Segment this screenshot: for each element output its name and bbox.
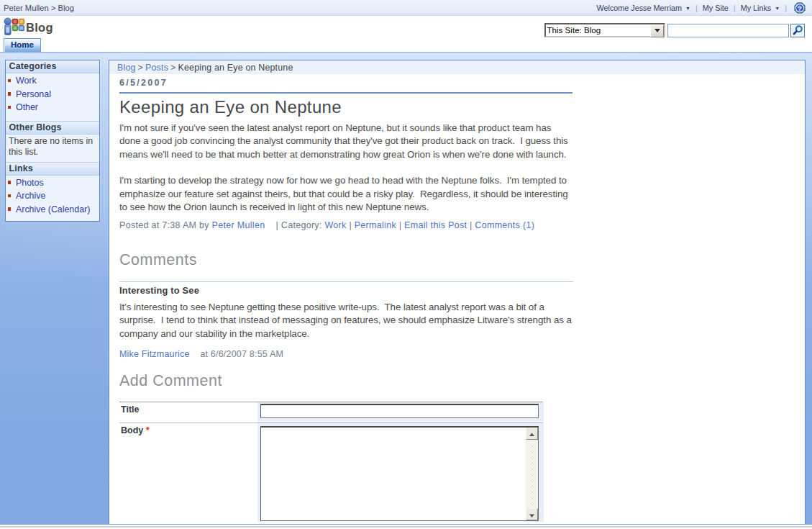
svg-text:?: ? [798, 4, 802, 12]
